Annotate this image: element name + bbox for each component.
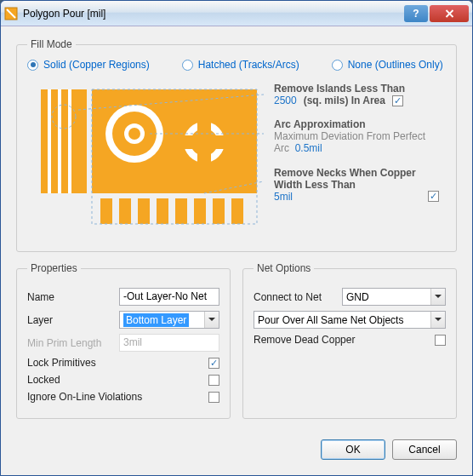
cancel-button[interactable]: Cancel bbox=[392, 439, 457, 460]
layer-combo[interactable]: Bottom Layer bbox=[119, 311, 219, 329]
net-options-group: Net Options Connect to Net GND Pour Over… bbox=[242, 262, 457, 419]
radio-icon bbox=[27, 60, 38, 71]
svg-rect-13 bbox=[100, 198, 112, 224]
minprim-input: 3mil bbox=[119, 334, 219, 352]
help-button[interactable]: ? bbox=[404, 5, 428, 22]
minprim-label: Min Prim Length bbox=[27, 337, 112, 349]
necks-value[interactable]: 5mil bbox=[274, 191, 293, 203]
svg-rect-17 bbox=[175, 198, 187, 224]
fill-none-radio[interactable]: None (Outlines Only) bbox=[332, 59, 443, 71]
svg-rect-18 bbox=[194, 198, 206, 224]
svg-rect-11 bbox=[179, 135, 230, 149]
close-icon bbox=[445, 9, 454, 18]
islands-checkbox[interactable] bbox=[392, 95, 403, 106]
svg-rect-14 bbox=[119, 198, 131, 224]
fill-mode-legend: Fill Mode bbox=[27, 38, 76, 50]
remove-islands-annot: Remove Islands Less Than 2500 (sq. mils)… bbox=[274, 83, 439, 106]
ignore-checkbox[interactable] bbox=[208, 392, 219, 403]
deadcopper-checkbox[interactable] bbox=[435, 335, 446, 346]
chevron-down-icon bbox=[204, 312, 219, 328]
lockprims-label: Lock Primitives bbox=[27, 357, 202, 369]
fill-mode-group: Fill Mode Solid (Copper Regions) Hatched… bbox=[16, 38, 457, 252]
diagram-annotations: Remove Islands Less Than 2500 (sq. mils)… bbox=[274, 83, 439, 227]
radio-icon bbox=[332, 60, 343, 71]
locked-checkbox[interactable] bbox=[208, 375, 219, 386]
radio-icon bbox=[182, 60, 193, 71]
ignore-label: Ignore On-Line Violations bbox=[27, 391, 202, 403]
svg-point-7 bbox=[128, 128, 140, 140]
svg-rect-15 bbox=[138, 198, 150, 224]
properties-group: Properties Name -Out Layer-No Net Layer … bbox=[16, 262, 231, 419]
name-label: Name bbox=[27, 291, 112, 303]
deadcopper-label: Remove Dead Copper bbox=[254, 334, 428, 346]
svg-rect-20 bbox=[231, 198, 243, 224]
fill-solid-radio[interactable]: Solid (Copper Regions) bbox=[27, 59, 150, 71]
chevron-down-icon bbox=[430, 289, 445, 305]
ok-button[interactable]: OK bbox=[321, 439, 385, 460]
connect-net-combo[interactable]: GND bbox=[342, 288, 446, 306]
close-button[interactable] bbox=[430, 5, 469, 22]
properties-legend: Properties bbox=[27, 262, 81, 274]
connect-net-label: Connect to Net bbox=[254, 291, 335, 303]
dialog-window: Polygon Pour [mil] ? Fill Mode Solid (Co… bbox=[0, 0, 473, 476]
layer-label: Layer bbox=[27, 314, 112, 326]
fill-hatched-radio[interactable]: Hatched (Tracks/Arcs) bbox=[182, 59, 299, 71]
locked-label: Locked bbox=[27, 374, 202, 386]
netopts-legend: Net Options bbox=[254, 262, 314, 274]
remove-necks-annot: Remove Necks When Copper Width Less Than… bbox=[274, 167, 439, 203]
svg-rect-19 bbox=[213, 198, 225, 224]
arc-approx-annot: Arc Approximation Maximum Deviation From… bbox=[274, 118, 439, 155]
arc-value[interactable]: 0.5mil bbox=[295, 142, 322, 154]
pour-mode-combo[interactable]: Pour Over All Same Net Objects bbox=[254, 311, 446, 329]
titlebar[interactable]: Polygon Pour [mil] ? bbox=[1, 1, 472, 26]
lockprims-checkbox[interactable] bbox=[208, 358, 219, 369]
chevron-down-icon bbox=[430, 312, 445, 328]
polygon-preview-diagram bbox=[34, 83, 264, 227]
islands-value[interactable]: 2500 bbox=[274, 95, 297, 106]
svg-rect-16 bbox=[157, 198, 168, 224]
name-input[interactable]: -Out Layer-No Net bbox=[119, 288, 219, 306]
app-icon bbox=[4, 7, 18, 20]
window-title: Polygon Pour [mil] bbox=[23, 8, 402, 20]
necks-checkbox[interactable] bbox=[428, 191, 439, 202]
